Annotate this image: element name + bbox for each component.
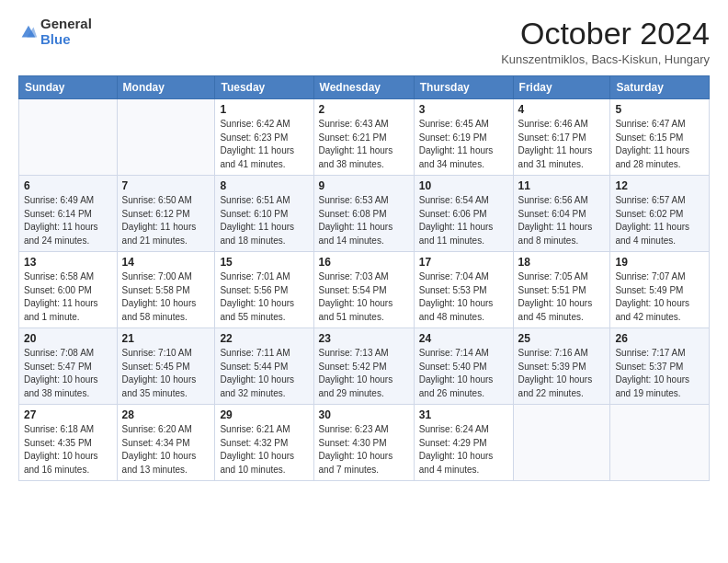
calendar-cell: 14Sunrise: 7:00 AM Sunset: 5:58 PM Dayli… [117, 252, 215, 328]
day-number: 24 [419, 332, 508, 345]
day-number: 14 [122, 256, 210, 269]
calendar-cell: 23Sunrise: 7:13 AM Sunset: 5:42 PM Dayli… [313, 328, 414, 405]
day-info: Sunrise: 7:11 AM Sunset: 5:44 PM Dayligh… [220, 347, 308, 400]
calendar-week-row: 1Sunrise: 6:42 AM Sunset: 6:23 PM Daylig… [19, 99, 710, 176]
day-info: Sunrise: 6:42 AM Sunset: 6:23 PM Dayligh… [220, 118, 308, 171]
calendar-cell: 28Sunrise: 6:20 AM Sunset: 4:34 PM Dayli… [117, 405, 215, 481]
day-info: Sunrise: 6:46 AM Sunset: 6:17 PM Dayligh… [518, 118, 606, 171]
day-number: 21 [122, 332, 210, 345]
calendar-cell: 24Sunrise: 7:14 AM Sunset: 5:40 PM Dayli… [414, 328, 513, 405]
calendar-cell: 13Sunrise: 6:58 AM Sunset: 6:00 PM Dayli… [19, 252, 118, 328]
day-info: Sunrise: 7:03 AM Sunset: 5:54 PM Dayligh… [319, 270, 409, 324]
calendar-cell: 11Sunrise: 6:56 AM Sunset: 6:04 PM Dayli… [513, 176, 610, 252]
day-info: Sunrise: 7:00 AM Sunset: 5:58 PM Dayligh… [122, 270, 210, 324]
day-number: 25 [518, 332, 606, 345]
header-day: Friday [513, 76, 610, 99]
day-info: Sunrise: 6:54 AM Sunset: 6:06 PM Dayligh… [419, 194, 508, 247]
day-info: Sunrise: 6:56 AM Sunset: 6:04 PM Dayligh… [518, 194, 606, 247]
header-day: Wednesday [313, 76, 414, 99]
calendar-cell: 21Sunrise: 7:10 AM Sunset: 5:45 PM Dayli… [117, 328, 215, 405]
day-number: 20 [24, 332, 112, 345]
calendar-cell: 9Sunrise: 6:53 AM Sunset: 6:08 PM Daylig… [313, 176, 414, 252]
title-block: October 2024 Kunszentmiklos, Bacs-Kiskun… [501, 17, 710, 66]
day-number: 12 [615, 179, 704, 192]
day-number: 28 [122, 408, 210, 421]
day-number: 5 [615, 103, 704, 116]
day-number: 22 [220, 332, 308, 345]
day-info: Sunrise: 7:04 AM Sunset: 5:53 PM Dayligh… [419, 270, 508, 324]
calendar-cell: 31Sunrise: 6:24 AM Sunset: 4:29 PM Dayli… [414, 405, 513, 481]
calendar-cell: 29Sunrise: 6:21 AM Sunset: 4:32 PM Dayli… [215, 405, 313, 481]
header-row: SundayMondayTuesdayWednesdayThursdayFrid… [19, 76, 710, 99]
header-day: Tuesday [215, 76, 313, 99]
day-info: Sunrise: 6:53 AM Sunset: 6:08 PM Dayligh… [319, 194, 409, 247]
day-info: Sunrise: 7:01 AM Sunset: 5:56 PM Dayligh… [220, 270, 308, 324]
day-number: 10 [419, 179, 508, 192]
day-info: Sunrise: 6:51 AM Sunset: 6:10 PM Dayligh… [220, 194, 308, 247]
day-info: Sunrise: 6:50 AM Sunset: 6:12 PM Dayligh… [122, 194, 210, 247]
calendar-cell: 3Sunrise: 6:45 AM Sunset: 6:19 PM Daylig… [414, 99, 513, 176]
day-info: Sunrise: 6:23 AM Sunset: 4:30 PM Dayligh… [319, 423, 409, 477]
calendar-cell: 2Sunrise: 6:43 AM Sunset: 6:21 PM Daylig… [313, 99, 414, 176]
calendar-cell [19, 99, 118, 176]
header-day: Monday [117, 76, 215, 99]
day-info: Sunrise: 7:08 AM Sunset: 5:47 PM Dayligh… [24, 347, 112, 400]
day-number: 29 [220, 408, 308, 421]
calendar-table: SundayMondayTuesdayWednesdayThursdayFrid… [18, 75, 710, 481]
day-info: Sunrise: 6:21 AM Sunset: 4:32 PM Dayligh… [220, 423, 308, 477]
day-number: 15 [220, 256, 308, 269]
header: General Blue October 2024 Kunszentmiklos… [18, 17, 710, 66]
day-info: Sunrise: 7:17 AM Sunset: 5:37 PM Dayligh… [615, 347, 704, 400]
day-number: 2 [319, 103, 409, 116]
day-number: 7 [122, 179, 210, 192]
day-number: 19 [615, 256, 704, 269]
calendar-week-row: 13Sunrise: 6:58 AM Sunset: 6:00 PM Dayli… [19, 252, 710, 328]
day-number: 6 [24, 179, 112, 192]
day-number: 3 [419, 103, 508, 116]
logo-icon [18, 22, 39, 42]
calendar-cell: 5Sunrise: 6:47 AM Sunset: 6:15 PM Daylig… [610, 99, 710, 176]
calendar-week-row: 20Sunrise: 7:08 AM Sunset: 5:47 PM Dayli… [19, 328, 710, 405]
calendar-cell [513, 405, 610, 481]
logo: General Blue [18, 17, 92, 47]
day-number: 1 [220, 103, 308, 116]
calendar-cell: 27Sunrise: 6:18 AM Sunset: 4:35 PM Dayli… [19, 405, 118, 481]
calendar-cell: 22Sunrise: 7:11 AM Sunset: 5:44 PM Dayli… [215, 328, 313, 405]
calendar-cell: 15Sunrise: 7:01 AM Sunset: 5:56 PM Dayli… [215, 252, 313, 328]
calendar-cell [117, 99, 215, 176]
calendar-cell: 30Sunrise: 6:23 AM Sunset: 4:30 PM Dayli… [313, 405, 414, 481]
header-day: Saturday [610, 76, 710, 99]
day-info: Sunrise: 6:49 AM Sunset: 6:14 PM Dayligh… [24, 194, 112, 247]
day-number: 27 [24, 408, 112, 421]
day-number: 31 [419, 408, 508, 421]
day-number: 23 [319, 332, 409, 345]
day-number: 18 [518, 256, 606, 269]
day-info: Sunrise: 6:24 AM Sunset: 4:29 PM Dayligh… [419, 423, 508, 477]
header-day: Sunday [19, 76, 118, 99]
calendar-cell: 16Sunrise: 7:03 AM Sunset: 5:54 PM Dayli… [313, 252, 414, 328]
day-info: Sunrise: 6:47 AM Sunset: 6:15 PM Dayligh… [615, 118, 704, 171]
day-number: 17 [419, 256, 508, 269]
day-info: Sunrise: 7:14 AM Sunset: 5:40 PM Dayligh… [419, 347, 508, 400]
day-number: 11 [518, 179, 606, 192]
calendar-cell: 6Sunrise: 6:49 AM Sunset: 6:14 PM Daylig… [19, 176, 118, 252]
header-day: Thursday [414, 76, 513, 99]
day-number: 26 [615, 332, 704, 345]
day-number: 9 [319, 179, 409, 192]
logo-blue: Blue [40, 32, 92, 48]
day-number: 8 [220, 179, 308, 192]
calendar-cell: 18Sunrise: 7:05 AM Sunset: 5:51 PM Dayli… [513, 252, 610, 328]
calendar-cell: 26Sunrise: 7:17 AM Sunset: 5:37 PM Dayli… [610, 328, 710, 405]
day-info: Sunrise: 7:16 AM Sunset: 5:39 PM Dayligh… [518, 347, 606, 400]
day-info: Sunrise: 6:20 AM Sunset: 4:34 PM Dayligh… [122, 423, 210, 477]
logo-general: General [40, 17, 92, 32]
calendar-cell: 1Sunrise: 6:42 AM Sunset: 6:23 PM Daylig… [215, 99, 313, 176]
day-info: Sunrise: 6:18 AM Sunset: 4:35 PM Dayligh… [24, 423, 112, 477]
day-number: 13 [24, 256, 112, 269]
day-number: 4 [518, 103, 606, 116]
day-info: Sunrise: 7:07 AM Sunset: 5:49 PM Dayligh… [615, 270, 704, 324]
calendar-week-row: 27Sunrise: 6:18 AM Sunset: 4:35 PM Dayli… [19, 405, 710, 481]
day-info: Sunrise: 7:13 AM Sunset: 5:42 PM Dayligh… [319, 347, 409, 400]
day-info: Sunrise: 6:57 AM Sunset: 6:02 PM Dayligh… [615, 194, 704, 247]
day-number: 16 [319, 256, 409, 269]
